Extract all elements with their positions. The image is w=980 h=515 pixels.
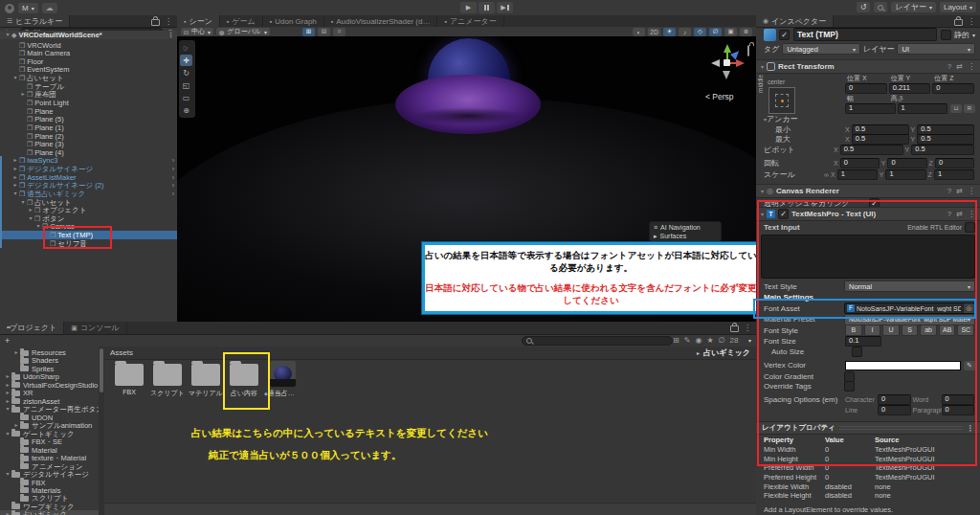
anchor-preset-widget[interactable] [768, 87, 795, 114]
lock-icon[interactable] [730, 325, 739, 332]
asset-folder[interactable]: FBX [111, 361, 147, 395]
constrain-proportions-icon[interactable]: ∞ [824, 171, 829, 178]
kebab-icon[interactable]: ⋮ [968, 62, 975, 71]
kebab-icon[interactable]: ⋮ [968, 17, 975, 26]
color-gradient-checkbox[interactable] [844, 371, 855, 382]
rtl-editor-checkbox[interactable] [965, 222, 975, 233]
pivot-x-field[interactable]: 0.5 [840, 145, 903, 155]
grid-snapping-icon[interactable]: ⊞ [302, 28, 315, 36]
line-spacing-field[interactable]: 0 [878, 405, 911, 415]
gameobject-icon[interactable] [764, 29, 776, 41]
foldout-icon[interactable]: ▾ [11, 74, 19, 82]
camera-settings-dropdown[interactable]: ▣ [724, 28, 737, 36]
foldout-icon[interactable]: ▸ [4, 510, 11, 515]
breadcrumb-assets[interactable]: Assets [110, 348, 133, 357]
tool-handle-rotation-dropdown[interactable]: ◍グローバル▾ [216, 28, 270, 35]
rotation-y-field[interactable]: 0 [887, 158, 926, 168]
font-asset-object-field[interactable]: F NotoSansJP-VariableFont_wght SDF ◎ [844, 302, 975, 314]
text-input-area[interactable] [761, 235, 975, 279]
shading-mode-dropdown[interactable]: ◐ [633, 28, 645, 36]
foldout-icon[interactable]: ▾ [761, 188, 764, 194]
component-header[interactable]: ▾ Rect Transform ? ⇄ ⋮ [756, 59, 980, 74]
rotation-x-field[interactable]: 0 [840, 158, 880, 168]
component-enabled-checkbox[interactable]: ✓ [778, 209, 789, 219]
presets-icon[interactable]: ⇄ [956, 187, 963, 195]
static-dropdown-icon[interactable]: ▾ [972, 32, 975, 38]
raw-edit-mode-button[interactable]: R [964, 104, 975, 113]
hierarchy-item[interactable]: ▾❒占いセット [0, 74, 177, 82]
kebab-icon[interactable]: ⋮ [968, 187, 975, 195]
help-icon[interactable]: ? [947, 210, 951, 218]
tab-シーン[interactable]: ▪シーン [177, 15, 220, 27]
tab-console[interactable]: ▣ コンソール [64, 322, 126, 334]
gizmos-dropdown[interactable]: ⊕ [740, 28, 752, 36]
hierarchy-item[interactable]: ❒Text (TMP) [0, 231, 177, 239]
blueprint-mode-button[interactable]: ⊔ [950, 104, 962, 113]
anchor-max-y-field[interactable]: 0.5 [917, 134, 974, 145]
axis-x-icon[interactable] [736, 59, 745, 67]
search-icon[interactable] [874, 2, 887, 12]
tab-ゲーム[interactable]: ▪ゲーム [220, 15, 263, 27]
tab-inspector[interactable]: ◉ インスペクター [756, 15, 834, 27]
word-spacing-field[interactable]: 0 [942, 394, 975, 405]
override-tags-checkbox[interactable] [844, 381, 855, 392]
text-style-dropdown[interactable]: Normal▾ [844, 280, 975, 292]
gameobject-name-field[interactable]: Text (TMP) [793, 28, 937, 41]
foldout-icon[interactable]: ▸ [11, 181, 19, 190]
tag-dropdown[interactable]: Untagged▾ [782, 43, 860, 55]
anchor-min-x-field[interactable]: 0.5 [852, 124, 909, 135]
hierarchy-item[interactable]: ▸❒iwaSync3› [0, 156, 177, 165]
step-button[interactable]: ▶ [497, 2, 513, 13]
layout-properties-header[interactable]: レイアウトプロパティ ⋮ [756, 421, 980, 435]
hand-tool[interactable]: ☞ [180, 42, 192, 54]
2d-mode-toggle[interactable]: 2D [648, 28, 660, 36]
hierarchy-item[interactable]: ❒Plane [0, 107, 177, 116]
info-icon[interactable]: ◉ [695, 336, 702, 345]
tab-Udon Graph[interactable]: ▪Udon Graph [263, 15, 324, 27]
foldout-icon[interactable]: ▸ [654, 233, 657, 240]
help-icon[interactable]: ? [947, 187, 951, 195]
tab-AudioVisualizerShader (d…[interactable]: ▪AudioVisualizerShader (d… [324, 15, 438, 27]
vertex-color-swatch[interactable] [845, 361, 961, 370]
cloud-services-button[interactable]: ☁ [42, 3, 57, 13]
layer-dropdown[interactable]: UI▾ [897, 43, 975, 55]
asset-folder[interactable]: スクリプト [149, 361, 186, 398]
rotation-z-field[interactable]: 0 [935, 158, 974, 168]
paragraph-spacing-field[interactable]: 0 [942, 405, 975, 415]
object-picker-icon[interactable]: ◎ [963, 303, 974, 313]
project-search-input[interactable] [522, 336, 673, 346]
rect-tool[interactable]: ▭ [180, 92, 192, 103]
hierarchy-item[interactable]: ▸❒デジタルサイネージ (2)› [0, 181, 177, 190]
undo-history-icon[interactable]: ↺ [857, 2, 871, 12]
cushion-3d-object[interactable] [395, 75, 541, 134]
hierarchy-item[interactable]: ▸❒オブジェクト [0, 206, 177, 214]
scale-tool[interactable]: ◱ [180, 79, 192, 91]
axis-z-icon[interactable] [730, 48, 742, 59]
font-style-ab-button[interactable]: AB [939, 325, 956, 336]
hidden-objects-toggle[interactable]: ∅ [709, 28, 722, 36]
layout-dropdown[interactable]: Layout▾ [940, 2, 976, 12]
hierarchy-item[interactable]: ❒セリフ音 [0, 239, 177, 248]
foldout-icon[interactable]: ▸ [11, 156, 19, 165]
tool-handle-pivot-dropdown[interactable]: ⊡中心▾ [181, 28, 213, 35]
width-field[interactable]: 1 [845, 103, 896, 114]
kebab-icon[interactable]: ⋮ [967, 424, 974, 433]
auto-size-checkbox[interactable] [852, 347, 862, 357]
layers-dropdown[interactable]: レイヤー▾ [891, 2, 936, 12]
persp-label[interactable]: < Persp [705, 92, 734, 101]
orientation-gizmo[interactable] [705, 44, 749, 88]
play-button[interactable]: ▶ [460, 2, 477, 13]
lock-icon[interactable] [954, 19, 963, 26]
font-style-i-button[interactable]: I [864, 325, 881, 336]
scale-y-field[interactable]: 1 [885, 169, 925, 180]
height-field[interactable]: 1 [898, 103, 948, 114]
eyedropper-icon[interactable]: ✎ [964, 361, 975, 370]
asset-folder[interactable]: 占い内容 [226, 361, 262, 398]
project-tree-item[interactable]: ▸占いギミック [0, 510, 99, 515]
pos-x-field[interactable]: 0 [845, 83, 887, 94]
hierarchy-item[interactable]: ❒Plane (2) [0, 132, 177, 141]
account-menu[interactable]: M▾ [18, 3, 38, 13]
presets-icon[interactable]: ⇄ [956, 210, 963, 218]
search-by-label-icon[interactable]: ✎ [684, 336, 691, 345]
foldout-icon[interactable]: ▾ [761, 211, 764, 217]
